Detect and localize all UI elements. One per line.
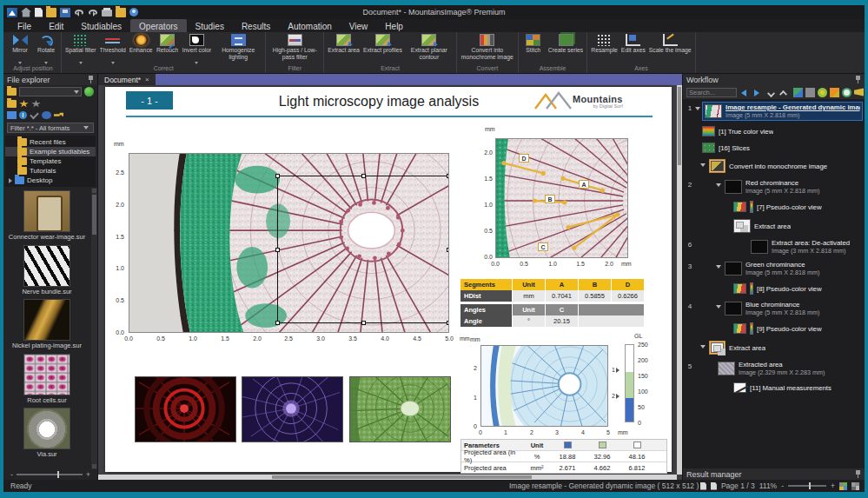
- homogenize-lighting-button[interactable]: Homogenize lighting: [213, 33, 263, 61]
- scrollbar-thumb[interactable]: [272, 475, 533, 479]
- scrollbar-thumb[interactable]: [92, 195, 96, 235]
- document-vertical-scrollbar[interactable]: [677, 85, 682, 475]
- scale-image-button[interactable]: Scale the image: [647, 33, 693, 61]
- refresh-button[interactable]: [84, 87, 94, 96]
- slider-track[interactable]: [17, 474, 83, 475]
- workflow-item-slices[interactable]: [16] Slices: [700, 142, 865, 154]
- expand-caret-icon[interactable]: [695, 107, 700, 110]
- main-microscopy-image[interactable]: [129, 153, 449, 333]
- cloud-icon[interactable]: [42, 111, 51, 119]
- list-item[interactable]: Root cells.sur: [7, 354, 87, 405]
- menu-studies[interactable]: Studies: [187, 19, 233, 32]
- zoom-in-button[interactable]: +: [831, 481, 835, 490]
- key-icon[interactable]: [54, 111, 63, 119]
- fit-page-icon[interactable]: [839, 482, 847, 490]
- pin-icon[interactable]: [855, 76, 861, 83]
- expand-all-icon[interactable]: [779, 88, 788, 97]
- pin-icon[interactable]: [855, 470, 861, 478]
- menu-file[interactable]: File: [9, 19, 40, 32]
- resize-handle[interactable]: [361, 174, 366, 178]
- star-icon[interactable]: [19, 100, 29, 108]
- blue-chrominance-image[interactable]: [242, 376, 343, 442]
- menu-edit[interactable]: Edit: [40, 19, 72, 32]
- menu-help[interactable]: Help: [376, 19, 412, 32]
- workflow-item-pseudo-color-8[interactable]: [8] Pseudo-color view: [732, 282, 865, 295]
- tree-item-desktop[interactable]: Desktop: [5, 176, 96, 185]
- expand-caret-icon[interactable]: [716, 305, 721, 309]
- extract-planar-contour-button[interactable]: Extract planar contour: [404, 33, 454, 61]
- green-chrominance-image[interactable]: [349, 376, 451, 442]
- star-gray-icon[interactable]: [31, 100, 41, 108]
- rotate-button[interactable]: Rotate: [33, 33, 59, 64]
- stitch-button[interactable]: Stitch: [520, 33, 547, 61]
- workflow-item-blue-chrominance[interactable]: 4 Blue chrominance Image (5 mm X 2.818 m…: [685, 300, 865, 317]
- resample-button[interactable]: Resample: [589, 33, 620, 61]
- red-chrominance-image[interactable]: [135, 376, 236, 442]
- measurement-label-b[interactable]: B: [545, 195, 555, 203]
- measurement-label-d[interactable]: D: [519, 154, 529, 163]
- zoom-out-button[interactable]: -: [781, 481, 784, 490]
- close-icon[interactable]: ×: [145, 76, 149, 83]
- workflow-item-image-resample[interactable]: 1 Image resample - Generated dynamic ima…: [685, 102, 865, 121]
- forward-arrow-icon[interactable]: [752, 88, 761, 97]
- zoom-slider[interactable]: [788, 485, 826, 487]
- capture-icon[interactable]: [805, 88, 815, 97]
- spatial-filter-button[interactable]: Spatial filter: [63, 33, 98, 64]
- view-options-icon[interactable]: [793, 88, 803, 97]
- workflow-item-extract-deactivated[interactable]: 6 Extract area: De-activated Image (3 mm…: [685, 238, 865, 256]
- expand-caret-icon[interactable]: [700, 163, 706, 167]
- threshold-button[interactable]: Threshold: [98, 33, 128, 64]
- analyze-icon[interactable]: [842, 88, 851, 97]
- workflow-item-green-chrominance[interactable]: 3 Green chrominance Image (5 mm X 2.818 …: [685, 260, 865, 277]
- create-series-button[interactable]: Create series: [547, 33, 585, 61]
- invert-color-button[interactable]: Invert color: [181, 33, 214, 64]
- menu-view[interactable]: View: [341, 19, 377, 32]
- workflow-item-true-color-view[interactable]: [1] True color view: [700, 125, 865, 137]
- resize-handle[interactable]: [447, 174, 449, 178]
- page-view-icon[interactable]: [700, 482, 706, 490]
- expand-caret-icon[interactable]: [716, 183, 721, 187]
- pin-icon[interactable]: [88, 76, 94, 83]
- fit-width-icon[interactable]: [851, 482, 859, 490]
- measurement-label-c[interactable]: C: [538, 242, 548, 251]
- document-tab[interactable]: Document* ×: [98, 74, 156, 85]
- slider-thumb[interactable]: [57, 471, 59, 478]
- zoom-in-label[interactable]: +: [86, 470, 90, 479]
- workflow-item-extract-area[interactable]: Extract area: [732, 218, 865, 234]
- resize-handle[interactable]: [275, 248, 280, 252]
- list-item[interactable]: Nerve bundle.sur: [7, 245, 87, 296]
- highpass-lowpass-filter-button[interactable]: High-pass / Low-pass filter: [268, 33, 321, 61]
- workflow-item-manual-measurements[interactable]: [11] Manual measurements: [732, 382, 865, 394]
- expand-caret-icon[interactable]: [716, 265, 721, 269]
- list-item[interactable]: Connector wear-image.sur: [7, 190, 87, 242]
- path-combobox[interactable]: [19, 87, 82, 96]
- result-manager-header[interactable]: Result manager: [683, 468, 865, 480]
- extract-measurement-image[interactable]: D A B C: [495, 138, 628, 258]
- workflow-item-pseudo-color-9[interactable]: [9] Pseudo-color view: [732, 322, 865, 335]
- menu-operators[interactable]: Operators: [130, 19, 186, 32]
- menu-studiables[interactable]: Studiables: [72, 19, 130, 32]
- workflow-item-red-chrominance[interactable]: 2 Red chrominance Image (5 mm X 2.818 mm…: [685, 178, 865, 196]
- filter-dropdown[interactable]: Filter *.* - All formats: [7, 123, 94, 133]
- workflow-item-pseudo-color-7[interactable]: [7] Pseudo-color view: [732, 200, 865, 214]
- multipage-view-icon[interactable]: [711, 482, 717, 490]
- enhance-button[interactable]: Enhance: [128, 33, 155, 61]
- mirror-button[interactable]: Mirror: [7, 33, 33, 64]
- slider-thumb[interactable]: [809, 482, 811, 489]
- favorite-folder-icon[interactable]: [7, 100, 17, 108]
- extract-profiles-button[interactable]: Extract profiles: [361, 33, 404, 61]
- resize-handle[interactable]: [275, 321, 280, 325]
- measurement-label-a[interactable]: A: [579, 180, 589, 189]
- workflow-item-extracted-area[interactable]: 5 Extracted area Image (2.329 mm X 2.283…: [685, 360, 865, 377]
- expand-caret-icon[interactable]: [700, 345, 706, 349]
- info-icon[interactable]: [19, 111, 27, 119]
- resize-handle[interactable]: [447, 321, 449, 325]
- convert-monochrome-button[interactable]: Convert into monochrome image: [459, 33, 516, 61]
- back-arrow-icon[interactable]: [739, 88, 749, 97]
- edit-axes-button[interactable]: Edit axes: [620, 33, 647, 61]
- workflow-item-extract-area-2[interactable]: Extract area: [700, 340, 865, 355]
- list-item[interactable]: Via.sur: [7, 408, 87, 459]
- view-mode-icon[interactable]: [7, 111, 17, 119]
- minidoc-icon[interactable]: [818, 88, 827, 97]
- check-icon[interactable]: [30, 111, 39, 119]
